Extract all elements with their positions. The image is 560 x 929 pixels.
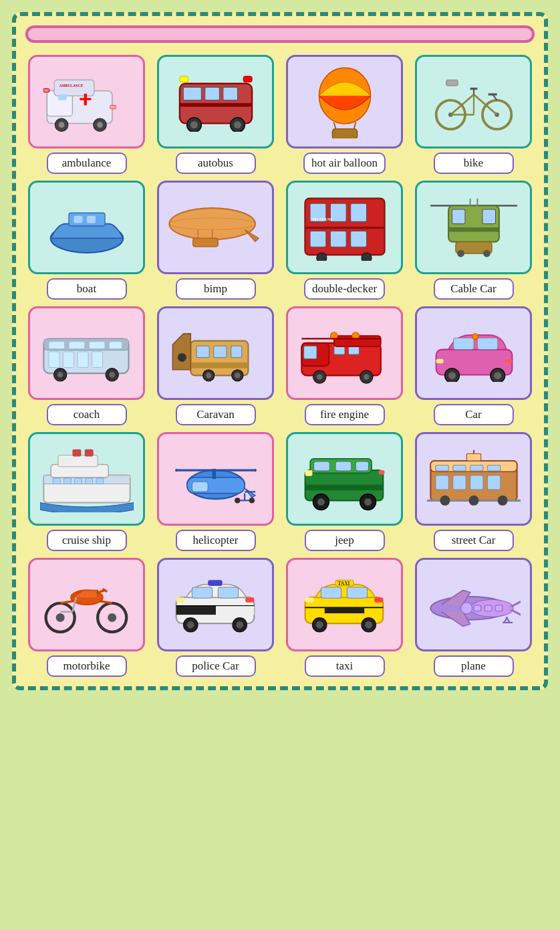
vehicle-card-boat: boat <box>25 181 148 300</box>
svg-rect-86 <box>196 346 208 357</box>
svg-rect-75 <box>89 342 105 349</box>
svg-point-110 <box>364 374 370 380</box>
vehicle-label-plane: plane <box>434 655 514 677</box>
vehicle-image-boat <box>28 181 145 274</box>
svg-rect-119 <box>505 358 512 363</box>
vehicle-card-car: Car <box>412 306 535 425</box>
vehicle-image-blimp <box>157 181 274 274</box>
svg-rect-200 <box>325 607 364 613</box>
svg-rect-165 <box>487 476 500 490</box>
svg-rect-158 <box>435 466 448 472</box>
svg-rect-164 <box>470 476 482 490</box>
svg-rect-2 <box>54 80 94 96</box>
svg-point-19 <box>190 121 198 128</box>
svg-point-151 <box>317 498 325 506</box>
vehicle-label-police-car: police Car <box>176 655 256 677</box>
svg-point-8 <box>97 122 103 128</box>
svg-point-143 <box>249 497 255 503</box>
vehicle-label-caravan: Caravan <box>176 404 256 425</box>
vehicle-card-fire-engine: fire engine <box>283 306 406 425</box>
vehicle-card-jeep: jeep <box>283 432 406 551</box>
svg-rect-161 <box>487 466 500 472</box>
vehicle-image-police-car <box>157 558 274 651</box>
svg-point-94 <box>205 373 211 379</box>
svg-rect-47 <box>192 238 218 247</box>
vehicle-label-cable-car: Cable Car <box>434 278 514 300</box>
svg-line-33 <box>474 94 497 114</box>
svg-rect-102 <box>348 346 359 354</box>
svg-rect-131 <box>96 478 104 484</box>
svg-point-82 <box>57 372 63 378</box>
svg-rect-17 <box>179 103 251 106</box>
svg-rect-155 <box>379 470 385 474</box>
svg-rect-23 <box>243 76 252 82</box>
svg-rect-79 <box>78 352 88 368</box>
svg-rect-184 <box>208 580 223 586</box>
svg-rect-196 <box>347 587 367 598</box>
svg-rect-182 <box>192 587 212 598</box>
svg-rect-129 <box>74 478 82 484</box>
svg-point-97 <box>177 352 186 361</box>
svg-rect-127 <box>53 478 60 484</box>
vehicle-label-jeep: jeep <box>305 530 385 551</box>
vehicle-label-coach: coach <box>47 404 127 425</box>
svg-rect-146 <box>314 461 330 471</box>
svg-rect-125 <box>72 449 81 457</box>
svg-point-21 <box>234 121 241 128</box>
svg-rect-65 <box>448 227 499 232</box>
svg-rect-22 <box>179 76 188 82</box>
vehicle-card-ambulance: AMBULANCE ambulance <box>25 55 148 174</box>
vehicle-image-caravan <box>157 306 274 400</box>
svg-point-167 <box>440 496 450 506</box>
vehicle-card-caravan: Caravan <box>154 306 277 425</box>
vehicle-image-coach <box>28 306 145 400</box>
svg-point-108 <box>317 374 323 380</box>
vehicle-image-taxi: TAXI <box>286 558 403 651</box>
vehicle-label-motorbike: motorbike <box>47 655 127 677</box>
svg-rect-53 <box>330 203 346 221</box>
svg-rect-88 <box>231 346 241 357</box>
svg-rect-57 <box>350 231 366 247</box>
svg-rect-73 <box>48 342 64 349</box>
vehicle-card-blimp: bimp <box>154 181 277 300</box>
svg-rect-149 <box>305 484 384 490</box>
vehicle-image-autobus <box>157 55 274 148</box>
svg-rect-74 <box>69 342 85 349</box>
svg-rect-12 <box>110 105 116 108</box>
svg-rect-15 <box>204 87 219 100</box>
svg-rect-14 <box>183 87 201 100</box>
vehicle-card-cruise-ship: cruise ship <box>25 432 148 551</box>
svg-rect-16 <box>223 87 237 100</box>
vehicle-image-car <box>415 306 532 400</box>
vehicle-image-street-car <box>415 432 532 526</box>
vehicle-label-taxi: taxi <box>305 655 385 677</box>
svg-rect-77 <box>48 352 59 368</box>
title-bar <box>25 25 535 43</box>
svg-point-142 <box>235 497 241 503</box>
svg-rect-163 <box>452 476 465 490</box>
svg-rect-205 <box>305 597 314 603</box>
vehicle-image-jeep <box>286 432 403 526</box>
svg-text:TAXI: TAXI <box>337 581 349 587</box>
svg-rect-78 <box>63 352 74 368</box>
vehicle-label-boat: boat <box>47 278 127 300</box>
svg-rect-43 <box>74 216 82 223</box>
vehicle-image-fire-engine <box>286 306 403 400</box>
svg-rect-206 <box>374 597 383 603</box>
svg-rect-130 <box>85 478 92 484</box>
svg-rect-27 <box>332 129 357 138</box>
svg-line-32 <box>450 94 474 114</box>
svg-rect-44 <box>87 216 96 223</box>
vehicle-card-helicopter: helicopter <box>154 432 277 551</box>
svg-point-169 <box>497 496 507 506</box>
svg-point-191 <box>236 621 243 629</box>
svg-rect-187 <box>216 606 254 615</box>
vehicle-card-plane: plane <box>412 558 535 677</box>
vehicle-image-motorbike <box>28 558 145 651</box>
svg-rect-51 <box>305 227 384 229</box>
vehicle-label-double-decker: double-decker <box>304 278 385 300</box>
svg-rect-126 <box>84 449 93 457</box>
svg-point-60 <box>361 253 371 261</box>
vehicle-card-bike: bike <box>412 55 535 174</box>
vehicle-card-motorbike: motorbike <box>25 558 148 677</box>
